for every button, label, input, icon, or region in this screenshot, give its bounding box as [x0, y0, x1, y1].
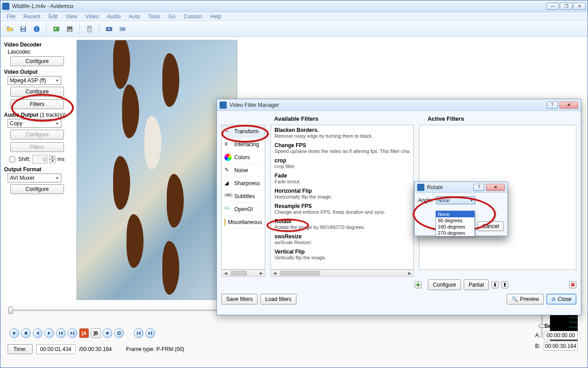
window-close-button[interactable]: ✕ [573, 3, 586, 10]
add-filter-button[interactable] [415, 281, 422, 288]
video-output-filters-button[interactable]: Filters [10, 99, 64, 109]
available-filters-list: Blacken Borders.Remove noisy edge by tur… [271, 125, 414, 270]
next-frame-button[interactable] [44, 328, 54, 338]
rotate-help-button[interactable]: ? [474, 184, 484, 191]
filter-resample-fps[interactable]: Resample FPSChange and enforce FPS. Keep… [271, 201, 413, 216]
goto-start-button[interactable] [134, 328, 144, 338]
active-partial-button[interactable]: Partial [464, 279, 489, 290]
category-scrollbar[interactable]: ◀▶ [221, 270, 265, 277]
filter-change-fps[interactable]: Change FPSSpeed up/slow down the video a… [271, 140, 413, 156]
category-sharpness[interactable]: ◢Sharpness [222, 177, 265, 190]
info-icon[interactable]: i [31, 23, 42, 35]
next-keyframe-button[interactable] [68, 328, 77, 338]
menu-help[interactable]: Help [207, 13, 225, 20]
open-image-icon[interactable] [51, 23, 62, 35]
preview-button[interactable]: 🔍Preview [507, 294, 544, 305]
filter-crop[interactable]: cropcrop filter [271, 156, 413, 171]
svg-rect-28 [151, 331, 152, 335]
spinner-down-icon[interactable]: ▼ [49, 159, 55, 163]
prev-frame-button[interactable] [33, 328, 42, 338]
audio-configure-button[interactable]: Configure [10, 130, 64, 140]
move-down-button[interactable]: ⬇ [491, 281, 499, 288]
filter-manager-close-button[interactable]: ✕ [559, 102, 578, 109]
save-image-icon[interactable] [64, 23, 76, 35]
calculator-icon[interactable] [84, 23, 95, 35]
menu-view[interactable]: View [62, 13, 81, 20]
menu-custom[interactable]: Custom [180, 13, 206, 20]
filter-swsresize[interactable]: swsResizeswScale Resizer. [271, 232, 413, 247]
angle-option-180[interactable]: 180 degrees [436, 224, 474, 230]
time-label-button[interactable]: Time: [8, 344, 33, 354]
chevron-down-icon: ▼ [55, 176, 59, 180]
menu-recent[interactable]: Recent [20, 13, 44, 20]
filter-vertical-flip[interactable]: Vertical FlipVertically flip the image. [271, 247, 413, 262]
filter-rotate[interactable]: RotateRotate the image by 90/180/270 deg… [271, 216, 413, 232]
filter-blacken-borders[interactable]: Blacken Borders.Remove noisy edge by tur… [271, 125, 413, 140]
svg-text:i: i [36, 26, 38, 31]
time-current[interactable]: 00:00:01.434 [36, 344, 76, 354]
category-opengl[interactable]: GLOpenGl [222, 203, 265, 216]
filter-horizontal-flip[interactable]: Horizontal FlipHorizontally flip the ima… [271, 186, 413, 201]
filters-scrollbar[interactable]: ◀▶ [271, 270, 414, 277]
rotate-close-button[interactable]: ✕ [486, 184, 505, 191]
menu-tools[interactable]: Tools [144, 13, 164, 20]
set-marker-b-button[interactable]: ]B [91, 328, 101, 338]
stop-button[interactable] [21, 328, 31, 338]
set-marker-a-button[interactable]: [A [79, 328, 89, 338]
category-misc[interactable]: Miscellaneous [222, 216, 265, 229]
shift-checkbox[interactable] [9, 157, 15, 162]
category-subtitles[interactable]: ABCSubtitles [222, 190, 265, 203]
decoder-configure-button[interactable]: Configure [10, 56, 64, 66]
output-format-select[interactable]: AVI Muxer ▼ [8, 173, 61, 182]
save-filters-button[interactable]: Save filters [221, 294, 258, 305]
play-button[interactable] [9, 328, 19, 338]
audio-filters-button[interactable]: Filters [10, 142, 64, 152]
move-up-button[interactable]: ⬆ [501, 281, 508, 288]
audio-output-select[interactable]: Copy ▼ [8, 119, 61, 128]
filter-manager-dialog: Video Filter Manager ? ✕ Available Filte… [216, 99, 581, 315]
angle-combo[interactable]: None ▼ [436, 196, 475, 204]
remove-filter-button[interactable]: ✖ [569, 281, 576, 288]
svg-rect-5 [54, 27, 59, 31]
prev-keyframe-button[interactable] [56, 328, 66, 338]
spinner-up-icon[interactable]: ▲ [49, 155, 55, 159]
category-transform[interactable]: ↔Transform [222, 125, 265, 138]
minimize-button[interactable]: — [546, 3, 559, 10]
rotate-cancel-button[interactable]: Cancel [478, 221, 504, 231]
menu-edit[interactable]: Edit [45, 13, 61, 20]
goto-end-button[interactable] [145, 328, 155, 338]
play-video-icon[interactable] [103, 23, 115, 35]
load-filters-button[interactable]: Load filters [260, 294, 296, 305]
open-icon[interactable] [4, 23, 16, 35]
save-icon[interactable] [17, 23, 29, 35]
menu-auto[interactable]: Auto [125, 13, 144, 20]
video-output-configure-button[interactable]: Configure [10, 87, 64, 97]
menu-go[interactable]: Go [165, 13, 179, 20]
close-button[interactable]: ⊘Close [546, 294, 576, 305]
shift-input[interactable] [32, 155, 47, 164]
prev-black-frame-button[interactable] [102, 328, 112, 338]
help-button[interactable]: ? [547, 102, 558, 109]
category-noise[interactable]: ✎Noise [222, 164, 265, 177]
category-colors[interactable]: Colors [222, 151, 265, 164]
next-black-frame-button[interactable] [114, 328, 124, 338]
menu-file[interactable]: File [3, 13, 19, 20]
timeline-slider-thumb[interactable] [8, 307, 13, 314]
angle-option-90[interactable]: 90 degrees [436, 217, 474, 224]
active-configure-button[interactable]: Configure [428, 279, 461, 290]
category-interlacing[interactable]: ≡Interlacing [222, 138, 265, 151]
sel-b-label: B: [535, 343, 540, 349]
angle-option-270[interactable]: 270 degrees [436, 230, 474, 236]
output-format-configure-button[interactable]: Configure [10, 184, 64, 194]
video-output-select[interactable]: Mpeg4 ASP (ff) ▼ [8, 76, 61, 85]
maximize-button[interactable]: ❐ [560, 3, 572, 10]
menu-video[interactable]: Video [82, 13, 102, 20]
window-buttons: — ❐ ✕ [546, 3, 586, 10]
angle-option-none[interactable]: None [436, 211, 474, 217]
play-selection-icon[interactable] [117, 23, 128, 35]
filter-fade[interactable]: FadeFade in/out. [271, 171, 413, 186]
svg-point-23 [106, 332, 109, 334]
svg-rect-22 [73, 331, 74, 335]
menu-audio[interactable]: Audio [103, 13, 124, 20]
shift-spinner[interactable]: ▲▼ [49, 155, 55, 163]
